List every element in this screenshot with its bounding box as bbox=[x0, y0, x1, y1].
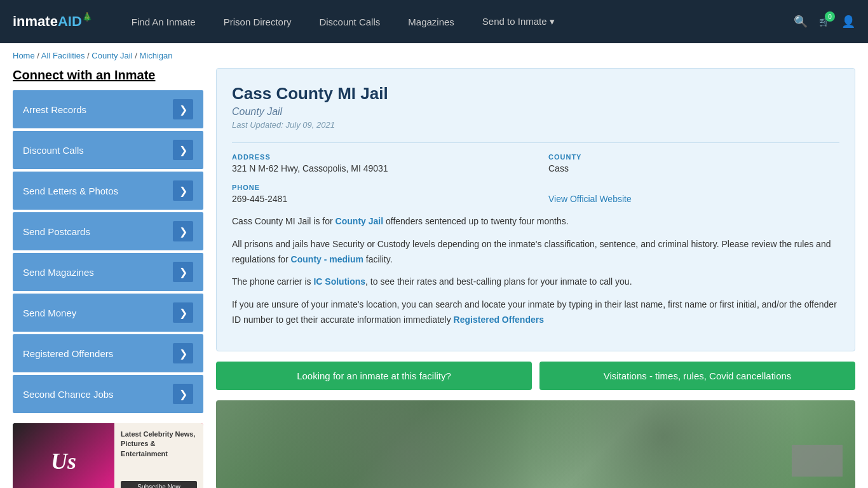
arrow-icon: ❯ bbox=[173, 343, 193, 363]
ad-text: Latest Celebrity News, Pictures & Entert… bbox=[114, 423, 203, 488]
sidebar-item-send-money[interactable]: Send Money ❯ bbox=[13, 294, 203, 332]
breadcrumb-michigan[interactable]: Michigan bbox=[139, 51, 172, 60]
sidebar-item-discount-calls[interactable]: Discount Calls ❯ bbox=[13, 131, 203, 169]
nav-send-to-inmate[interactable]: Send to Inmate ▾ bbox=[468, 0, 569, 43]
address-group: ADDRESS 321 N M-62 Hwy, Cassopolis, MI 4… bbox=[232, 153, 523, 204]
address-value: 321 N M-62 Hwy, Cassopolis, MI 49031 bbox=[232, 163, 523, 173]
logo[interactable]: inmateAID🎄 bbox=[13, 13, 92, 30]
main-nav: inmateAID🎄 Find An Inmate Prison Directo… bbox=[0, 0, 868, 43]
breadcrumb-county-jail[interactable]: County Jail bbox=[92, 51, 132, 60]
sidebar-label: Send Money bbox=[23, 308, 76, 318]
nav-prison-directory[interactable]: Prison Directory bbox=[210, 0, 306, 43]
breadcrumb: Home / All Facilities / County Jail / Mi… bbox=[0, 43, 868, 68]
phone-label: PHONE bbox=[232, 184, 523, 191]
facility-description: Cass County MI Jail is for County Jail o… bbox=[232, 214, 839, 328]
search-icon[interactable]: 🔍 bbox=[794, 15, 808, 29]
main-container: Connect with an Inmate Arrest Records ❯ … bbox=[0, 68, 868, 488]
parking-lot bbox=[792, 445, 843, 477]
cart-icon[interactable]: 🛒 0 bbox=[819, 17, 830, 27]
sidebar-item-send-postcards[interactable]: Send Postcards ❯ bbox=[13, 212, 203, 250]
account-icon[interactable]: 👤 bbox=[841, 15, 855, 29]
desc-paragraph-2: All prisons and jails have Security or C… bbox=[232, 237, 839, 268]
nav-discount-calls[interactable]: Discount Calls bbox=[305, 0, 394, 43]
sidebar-item-second-chance-jobs[interactable]: Second Chance Jobs ❯ bbox=[13, 375, 203, 413]
arrow-icon: ❯ bbox=[173, 302, 193, 323]
breadcrumb-all-facilities[interactable]: All Facilities bbox=[41, 51, 85, 60]
ad-banner[interactable]: Us Latest Celebrity News, Pictures & Ent… bbox=[13, 423, 203, 488]
action-buttons: Looking for an inmate at this facility? … bbox=[216, 362, 855, 390]
facility-updated: Last Updated: July 09, 2021 bbox=[232, 120, 839, 130]
sidebar-label: Arrest Records bbox=[23, 104, 86, 115]
nav-right: 🔍 🛒 0 👤 bbox=[794, 15, 855, 29]
sidebar-label: Send Letters & Photos bbox=[23, 186, 118, 196]
aerial-image bbox=[216, 400, 855, 488]
address-label: ADDRESS bbox=[232, 153, 523, 161]
county-medium-link[interactable]: County - medium bbox=[291, 254, 363, 264]
content-area: Cass County MI Jail County Jail Last Upd… bbox=[216, 68, 855, 488]
arrow-icon: ❯ bbox=[173, 262, 193, 282]
nav-find-inmate[interactable]: Find An Inmate bbox=[118, 0, 210, 43]
county-label: COUNTY bbox=[548, 153, 839, 161]
facility-details: ADDRESS 321 N M-62 Hwy, Cassopolis, MI 4… bbox=[232, 142, 839, 204]
sidebar: Connect with an Inmate Arrest Records ❯ … bbox=[13, 68, 203, 488]
arrow-icon: ❯ bbox=[173, 180, 193, 201]
website-link[interactable]: View Official Website bbox=[548, 194, 632, 204]
desc-paragraph-1: Cass County MI Jail is for County Jail o… bbox=[232, 214, 839, 229]
aerial-overlay bbox=[216, 400, 855, 488]
sidebar-item-send-magazines[interactable]: Send Magazines ❯ bbox=[13, 253, 203, 291]
ad-headline: Latest Celebrity News, Pictures & Entert… bbox=[121, 430, 197, 459]
arrow-icon: ❯ bbox=[173, 221, 193, 241]
registered-offenders-link[interactable]: Registered Offenders bbox=[454, 315, 544, 325]
facility-card: Cass County MI Jail County Jail Last Upd… bbox=[216, 68, 855, 351]
facility-name: Cass County MI Jail bbox=[232, 84, 839, 104]
looking-for-inmate-button[interactable]: Looking for an inmate at this facility? bbox=[216, 362, 532, 390]
cart-badge: 0 bbox=[825, 11, 835, 22]
county-group: COUNTY Cass View Official Website bbox=[548, 153, 839, 204]
arrow-icon: ❯ bbox=[173, 384, 193, 404]
ad-image: Us bbox=[13, 423, 114, 488]
phone-value: 269-445-2481 bbox=[232, 194, 523, 204]
ad-us-logo: Us bbox=[51, 448, 76, 475]
facility-type: County Jail bbox=[232, 106, 839, 118]
sidebar-label: Discount Calls bbox=[23, 145, 84, 156]
breadcrumb-home[interactable]: Home bbox=[13, 51, 35, 60]
arrow-icon: ❯ bbox=[173, 140, 193, 160]
ic-solutions-link[interactable]: IC Solutions bbox=[313, 276, 365, 287]
nav-links: Find An Inmate Prison Directory Discount… bbox=[118, 0, 794, 43]
sidebar-title: Connect with an Inmate bbox=[13, 68, 203, 83]
sidebar-item-registered-offenders[interactable]: Registered Offenders ❯ bbox=[13, 334, 203, 372]
sidebar-label: Registered Offenders bbox=[23, 348, 113, 359]
sidebar-label: Send Magazines bbox=[23, 267, 94, 278]
visitations-button[interactable]: Visitations - times, rules, Covid cancel… bbox=[539, 362, 855, 390]
sidebar-item-arrest-records[interactable]: Arrest Records ❯ bbox=[13, 90, 203, 128]
desc-paragraph-3: The phone carrier is IC Solutions, to se… bbox=[232, 274, 839, 290]
nav-magazines[interactable]: Magazines bbox=[394, 0, 468, 43]
ad-subscribe-button[interactable]: Subscribe Now bbox=[121, 481, 197, 488]
desc-paragraph-4: If you are unsure of your inmate's locat… bbox=[232, 297, 839, 328]
sidebar-label: Send Postcards bbox=[23, 226, 90, 237]
arrow-icon: ❯ bbox=[173, 99, 193, 119]
sidebar-item-send-letters[interactable]: Send Letters & Photos ❯ bbox=[13, 172, 203, 210]
county-jail-link[interactable]: County Jail bbox=[336, 216, 383, 226]
sidebar-label: Second Chance Jobs bbox=[23, 389, 114, 400]
county-value: Cass bbox=[548, 163, 839, 173]
